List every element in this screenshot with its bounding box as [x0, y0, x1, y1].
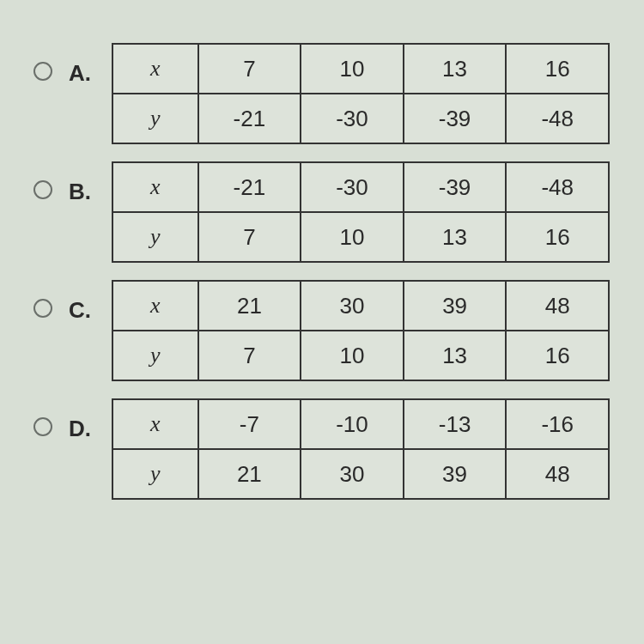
table-row: x 7 10 13 16 [112, 44, 609, 94]
val-cell: 48 [506, 281, 609, 331]
radio-c[interactable] [33, 299, 52, 318]
val-cell: 10 [301, 331, 404, 380]
val-cell: 30 [301, 281, 404, 331]
var-cell: y [112, 331, 198, 380]
table-d: x -7 -10 -13 -16 y 21 30 39 48 [112, 398, 610, 500]
val-cell: 13 [404, 212, 507, 262]
radio-b[interactable] [33, 180, 52, 199]
var-cell: x [112, 399, 198, 449]
val-cell: 10 [301, 44, 404, 94]
option-label-a: A. [69, 43, 112, 87]
val-cell: 16 [506, 212, 609, 262]
table-row: y 7 10 13 16 [112, 331, 609, 380]
option-label-c: C. [69, 280, 112, 324]
val-cell: -16 [506, 399, 609, 449]
val-cell: -21 [198, 162, 301, 212]
val-cell: 7 [198, 44, 301, 94]
val-cell: -13 [404, 399, 507, 449]
table-c-container: x 21 30 39 48 y 7 10 13 16 [112, 280, 627, 381]
val-cell: 30 [301, 449, 404, 499]
var-cell: x [112, 281, 198, 331]
var-cell: y [112, 212, 198, 262]
val-cell: -10 [301, 399, 404, 449]
table-c: x 21 30 39 48 y 7 10 13 16 [112, 280, 610, 381]
val-cell: -39 [404, 162, 507, 212]
val-cell: 10 [301, 212, 404, 262]
option-d-row: D. x -7 -10 -13 -16 y 21 30 39 48 [17, 398, 627, 500]
option-a-row: A. x 7 10 13 16 y -21 -30 -39 -48 [17, 43, 627, 144]
val-cell: -21 [198, 94, 301, 143]
val-cell: -30 [301, 94, 404, 143]
val-cell: -48 [506, 94, 609, 143]
table-b-container: x -21 -30 -39 -48 y 7 10 13 16 [112, 161, 627, 263]
table-b: x -21 -30 -39 -48 y 7 10 13 16 [112, 161, 610, 263]
val-cell: -39 [404, 94, 507, 143]
var-cell: x [112, 162, 198, 212]
option-label-d: D. [69, 398, 112, 442]
val-cell: 21 [198, 281, 301, 331]
val-cell: 13 [404, 331, 507, 380]
table-row: y 7 10 13 16 [112, 212, 609, 262]
table-row: y 21 30 39 48 [112, 449, 609, 499]
table-d-container: x -7 -10 -13 -16 y 21 30 39 48 [112, 398, 627, 500]
radio-container [17, 398, 69, 436]
table-row: x 21 30 39 48 [112, 281, 609, 331]
val-cell: 39 [404, 449, 507, 499]
val-cell: 21 [198, 449, 301, 499]
var-cell: x [112, 44, 198, 94]
option-label-b: B. [69, 161, 112, 205]
var-cell: y [112, 449, 198, 499]
radio-d[interactable] [33, 417, 52, 436]
val-cell: 7 [198, 212, 301, 262]
table-row: x -7 -10 -13 -16 [112, 399, 609, 449]
table-a: x 7 10 13 16 y -21 -30 -39 -48 [112, 43, 610, 144]
option-b-row: B. x -21 -30 -39 -48 y 7 10 13 16 [17, 161, 627, 263]
val-cell: -7 [198, 399, 301, 449]
table-a-container: x 7 10 13 16 y -21 -30 -39 -48 [112, 43, 627, 144]
table-row: y -21 -30 -39 -48 [112, 94, 609, 143]
val-cell: 7 [198, 331, 301, 380]
radio-container [17, 280, 69, 318]
val-cell: -48 [506, 162, 609, 212]
radio-container [17, 43, 69, 81]
radio-a[interactable] [33, 62, 52, 81]
val-cell: 16 [506, 331, 609, 380]
val-cell: 13 [404, 44, 507, 94]
option-c-row: C. x 21 30 39 48 y 7 10 13 16 [17, 280, 627, 381]
val-cell: 16 [506, 44, 609, 94]
val-cell: -30 [301, 162, 404, 212]
radio-container [17, 161, 69, 199]
val-cell: 48 [506, 449, 609, 499]
val-cell: 39 [404, 281, 507, 331]
var-cell: y [112, 94, 198, 143]
table-row: x -21 -30 -39 -48 [112, 162, 609, 212]
